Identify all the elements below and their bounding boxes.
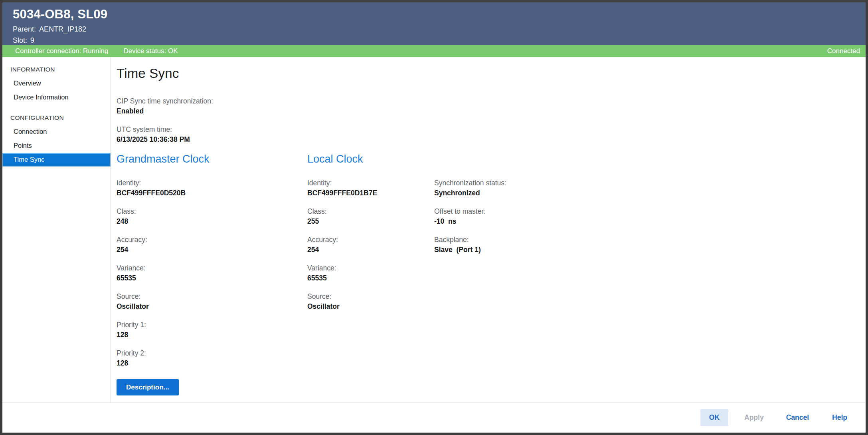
- page-title: 5034-OB8, SL09: [13, 7, 856, 22]
- sidebar: INFORMATION Overview Device Information …: [2, 57, 111, 402]
- field-label: Backplane:: [434, 235, 854, 244]
- field-value: 128: [117, 358, 307, 368]
- top-fields: CIP Sync time synchronization: Enabled U…: [117, 96, 854, 145]
- ok-button[interactable]: OK: [700, 409, 728, 426]
- header: 5034-OB8, SL09 Parent:AENTR_IP182 Slot:9: [2, 2, 866, 45]
- field-label: UTC system time:: [117, 125, 854, 134]
- heading-spacer: [434, 153, 854, 173]
- field-value: Enabled: [117, 106, 854, 116]
- field-value: Oscillator: [307, 301, 434, 312]
- field-offset-to-master: Offset to master: -10 ns: [434, 207, 854, 226]
- field-value: 65535: [307, 273, 434, 283]
- field-label: Identity:: [307, 178, 434, 188]
- field-value: 254: [307, 244, 434, 255]
- cancel-button[interactable]: Cancel: [781, 409, 815, 426]
- field-label: Priority 2:: [117, 348, 307, 358]
- content-title: Time Sync: [117, 66, 854, 81]
- sync-status-column: Synchronization status: Synchronized Off…: [434, 153, 854, 395]
- field-label: Offset to master:: [434, 207, 854, 216]
- local-clock-column: Local Clock Identity: BCF499FFFE0D1B7E C…: [307, 153, 434, 395]
- field-value: Oscillator: [117, 301, 307, 312]
- help-button[interactable]: Help: [826, 409, 853, 426]
- status-bar: Controller connection: Running Device st…: [2, 45, 866, 57]
- slot-value: 9: [30, 36, 34, 44]
- field-value: 128: [117, 330, 307, 340]
- field-label: Accuracy:: [117, 235, 307, 244]
- controller-connection-status: Controller connection: Running: [15, 47, 108, 55]
- field-gm-accuracy: Accuracy: 254: [117, 235, 307, 255]
- field-value: 6/13/2025 10:36:38 PM: [117, 134, 854, 145]
- field-value: BCF499FFFE0D1B7E: [307, 188, 434, 198]
- grandmaster-clock-heading: Grandmaster Clock: [117, 153, 307, 173]
- field-local-accuracy: Accuracy: 254: [307, 235, 434, 255]
- field-label: Synchronization status:: [434, 178, 854, 188]
- field-value: 255: [307, 216, 434, 226]
- field-gm-priority2: Priority 2: 128: [117, 348, 307, 368]
- field-label: Class:: [307, 207, 434, 216]
- field-gm-source: Source: Oscillator: [117, 292, 307, 312]
- field-label: Source:: [307, 292, 434, 301]
- field-value: -10 ns: [434, 216, 854, 226]
- parent-line: Parent:AENTR_IP182: [13, 25, 856, 34]
- field-sync-status: Synchronization status: Synchronized: [434, 178, 854, 198]
- grandmaster-clock-column: Grandmaster Clock Identity: BCF499FFFE0D…: [117, 153, 307, 395]
- field-label: Identity:: [117, 178, 307, 188]
- field-value: 65535: [117, 273, 307, 283]
- parent-value: AENTR_IP182: [39, 25, 86, 33]
- status-bar-left: Controller connection: Running Device st…: [15, 47, 178, 55]
- sidebar-section-header-information: INFORMATION: [2, 63, 111, 77]
- slot-line: Slot:9: [13, 36, 856, 45]
- slot-label: Slot:: [13, 36, 27, 44]
- device-status: Device status: OK: [123, 47, 178, 55]
- sidebar-section-configuration: CONFIGURATION Connection Points Time Syn…: [2, 111, 111, 167]
- field-label: Variance:: [307, 263, 434, 273]
- field-label: Source:: [117, 292, 307, 301]
- sidebar-item-overview[interactable]: Overview: [2, 77, 111, 90]
- field-label: Priority 1:: [117, 320, 307, 330]
- field-local-identity: Identity: BCF499FFFE0D1B7E: [307, 178, 434, 198]
- field-backplane: Backplane: Slave (Port 1): [434, 235, 854, 255]
- field-gm-class: Class: 248: [117, 207, 307, 226]
- parent-label: Parent:: [13, 25, 36, 33]
- field-gm-priority1: Priority 1: 128: [117, 320, 307, 340]
- local-clock-heading: Local Clock: [307, 153, 434, 173]
- clock-columns: Grandmaster Clock Identity: BCF499FFFE0D…: [117, 153, 854, 395]
- sidebar-item-time-sync[interactable]: Time Sync: [2, 153, 111, 167]
- device-properties-window: 5034-OB8, SL09 Parent:AENTR_IP182 Slot:9…: [0, 0, 868, 435]
- field-value: BCF499FFFE0D520B: [117, 188, 307, 198]
- field-label: Variance:: [117, 263, 307, 273]
- field-label: Class:: [117, 207, 307, 216]
- field-local-class: Class: 255: [307, 207, 434, 226]
- field-value: Synchronized: [434, 188, 854, 198]
- field-gm-identity: Identity: BCF499FFFE0D520B: [117, 178, 307, 198]
- footer-button-bar: OK Apply Cancel Help: [2, 402, 866, 433]
- field-value: 254: [117, 244, 307, 255]
- field-label: Accuracy:: [307, 235, 434, 244]
- field-local-source: Source: Oscillator: [307, 292, 434, 312]
- field-gm-variance: Variance: 65535: [117, 263, 307, 283]
- field-label: CIP Sync time synchronization:: [117, 96, 854, 106]
- main-content: Time Sync CIP Sync time synchronization:…: [111, 57, 866, 402]
- field-value: 248: [117, 216, 307, 226]
- body: INFORMATION Overview Device Information …: [2, 57, 866, 402]
- field-local-variance: Variance: 65535: [307, 263, 434, 283]
- field-cip-sync: CIP Sync time synchronization: Enabled: [117, 96, 854, 116]
- sidebar-item-points[interactable]: Points: [2, 139, 111, 153]
- sidebar-item-connection[interactable]: Connection: [2, 125, 111, 139]
- field-utc-time: UTC system time: 6/13/2025 10:36:38 PM: [117, 125, 854, 145]
- field-value: Slave (Port 1): [434, 244, 854, 255]
- sidebar-section-header-configuration: CONFIGURATION: [2, 111, 111, 125]
- sidebar-item-device-information[interactable]: Device Information: [2, 91, 111, 104]
- description-button[interactable]: Description...: [117, 379, 179, 395]
- connection-state: Connected: [827, 47, 860, 55]
- apply-button[interactable]: Apply: [739, 409, 769, 426]
- sidebar-section-information: INFORMATION Overview Device Information: [2, 63, 111, 104]
